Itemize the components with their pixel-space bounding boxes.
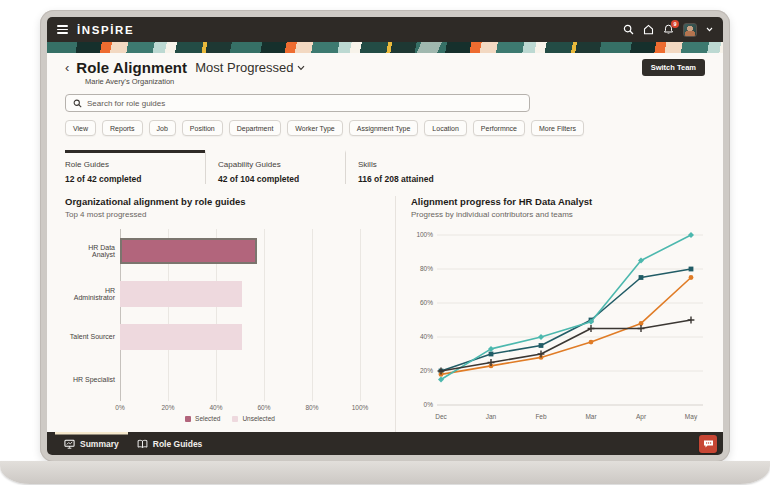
- legend-item-selected: Selected: [185, 415, 220, 422]
- filter-chip-location[interactable]: Location: [424, 120, 466, 136]
- filter-chip-job[interactable]: Job: [149, 120, 176, 136]
- svg-text:0%: 0%: [424, 401, 434, 408]
- laptop-mockup: İNSPİRE 9: [0, 0, 770, 485]
- svg-text:Jan: Jan: [486, 413, 497, 420]
- bar-chart-subtitle: Top 4 most progressed: [65, 210, 395, 219]
- bar-chart-plot: HR Data AnalystHR AdministratorTalent So…: [65, 229, 395, 401]
- bar-row-hr-specialist: [120, 358, 360, 401]
- bar-x-tick: 60%: [257, 404, 270, 411]
- line-series-albert-c: [441, 320, 691, 371]
- bottom-tab-label: Summary: [80, 439, 119, 449]
- main-content: ‹ Role Alignment Most Progressed Switch …: [47, 53, 723, 432]
- bar-talent-sourcer[interactable]: [120, 324, 242, 350]
- bar-category-labels: HR Data AnalystHR AdministratorTalent So…: [65, 229, 115, 401]
- bottom-tab-label: Role Guides: [153, 439, 203, 449]
- search-icon[interactable]: [623, 24, 634, 35]
- legend-item-unselected: Unselected: [232, 415, 275, 422]
- stat-tab-capability-guides[interactable]: Capability Guides42 of 104 completed: [205, 150, 345, 184]
- svg-text:20%: 20%: [420, 367, 433, 374]
- filter-chip-department[interactable]: Department: [229, 120, 282, 136]
- svg-text:80%: 80%: [420, 265, 433, 272]
- laptop-screen: İNSPİRE 9: [40, 10, 730, 462]
- notifications-bell-icon[interactable]: 9: [663, 24, 674, 35]
- filter-chip-performnce[interactable]: Performnce: [473, 120, 525, 136]
- chevron-down-icon: [297, 65, 305, 71]
- page-header: ‹ Role Alignment Most Progressed Switch …: [65, 59, 705, 76]
- bottom-tab-role-guides[interactable]: Role Guides: [128, 432, 212, 455]
- search-bar: [65, 94, 530, 112]
- bar-label-hr-specialist: HR Specialist: [65, 358, 115, 401]
- summary-screen-icon: [64, 439, 75, 449]
- app-window: İNSPİRE 9: [47, 17, 723, 455]
- bottom-tabs: SummaryRole Guides: [55, 432, 211, 455]
- bar-tracks: [120, 229, 360, 401]
- bar-hr-data-analyst[interactable]: [120, 238, 257, 264]
- stat-tab-value: 12 of 42 completed: [65, 174, 205, 184]
- stat-tab-label: Role Guides: [65, 160, 205, 169]
- svg-text:Apr: Apr: [636, 413, 647, 421]
- legend-swatch: [232, 416, 238, 422]
- filter-chip-more-filters[interactable]: More Filters: [531, 120, 584, 136]
- line-chart-title: Alignment progress for HR Data Analyst: [411, 196, 709, 207]
- bar-x-tick: 0%: [115, 404, 124, 411]
- bar-chart-title: Organizational alignment by role guides: [65, 196, 395, 207]
- open-book-icon: [137, 439, 148, 449]
- svg-text:Feb: Feb: [535, 413, 547, 420]
- filter-chip-reports[interactable]: Reports: [102, 120, 143, 136]
- search-input[interactable]: [87, 99, 522, 108]
- back-chevron-icon[interactable]: ‹: [65, 61, 69, 74]
- legend-swatch: [185, 416, 191, 422]
- bar-gridline: [360, 229, 361, 401]
- legend-label: Unselected: [242, 415, 275, 422]
- line-chart-subtitle: Progress by individual contributors and …: [411, 210, 709, 219]
- filter-chip-row: ViewReportsJobPositionDepartmentWorker T…: [65, 120, 705, 136]
- svg-text:40%: 40%: [420, 333, 433, 340]
- svg-text:Mar: Mar: [585, 413, 597, 420]
- stat-tab-value: 116 of 208 attained: [358, 174, 485, 184]
- hamburger-menu-icon[interactable]: [57, 25, 68, 34]
- bar-x-tick: 100%: [352, 404, 369, 411]
- switch-team-button[interactable]: Switch Team: [642, 59, 705, 76]
- app-logo: İNSPİRE: [77, 24, 134, 36]
- chat-bubble-icon: [703, 439, 714, 449]
- svg-text:100%: 100%: [416, 231, 433, 238]
- filter-chip-assignment-type[interactable]: Assignment Type: [349, 120, 419, 136]
- user-avatar[interactable]: [683, 23, 697, 37]
- view-selector-dropdown[interactable]: Most Progressed: [195, 60, 305, 75]
- bar-chart-legend: SelectedUnselected: [65, 415, 395, 422]
- legend-label: Selected: [195, 415, 220, 422]
- page-title: Role Alignment: [76, 59, 187, 76]
- filter-chip-worker-type[interactable]: Worker Type: [287, 120, 342, 136]
- bar-chart-panel: Organizational alignment by role guides …: [65, 196, 395, 432]
- charts-section: Organizational alignment by role guides …: [65, 196, 705, 432]
- bar-x-tick: 20%: [161, 404, 174, 411]
- bar-row-talent-sourcer: [120, 315, 360, 358]
- notification-badge: 9: [671, 20, 679, 28]
- organization-label: Marie Avery's Organization: [85, 77, 705, 86]
- stat-tab-skills[interactable]: Skills116 of 208 attained: [345, 150, 485, 184]
- bottom-tab-summary[interactable]: Summary: [55, 432, 128, 455]
- chevron-down-icon[interactable]: [706, 27, 713, 32]
- bar-label-talent-sourcer: Talent Sourcer: [65, 315, 115, 358]
- line-chart-svg: 0%20%40%60%80%100%DecJanFebMarAprMay: [411, 223, 709, 432]
- bar-x-tick: 80%: [305, 404, 318, 411]
- stat-tab-role-guides[interactable]: Role Guides12 of 42 completed: [65, 150, 205, 184]
- bar-label-hr-data-analyst: HR Data Analyst: [65, 229, 115, 272]
- bottom-tab-bar: SummaryRole Guides: [47, 432, 723, 455]
- stat-tab-value: 42 of 104 completed: [218, 174, 345, 184]
- top-app-bar: İNSPİRE 9: [47, 17, 723, 42]
- filter-chip-view[interactable]: View: [65, 120, 96, 136]
- svg-text:May: May: [685, 413, 698, 421]
- svg-text:Dec: Dec: [435, 413, 447, 420]
- stat-tab-label: Capability Guides: [218, 160, 345, 169]
- bar-hr-administrator[interactable]: [120, 281, 242, 307]
- bar-x-tick: 40%: [209, 404, 222, 411]
- laptop-base: [0, 461, 770, 484]
- stat-tabs: Role Guides12 of 42 completedCapability …: [65, 150, 705, 184]
- home-icon[interactable]: [643, 24, 654, 35]
- search-icon: [73, 99, 82, 108]
- bar-x-axis: 0%20%40%60%80%100%: [120, 401, 360, 412]
- chat-assistant-button[interactable]: [699, 435, 717, 453]
- filter-chip-position[interactable]: Position: [182, 120, 223, 136]
- decorative-banner: [47, 42, 723, 53]
